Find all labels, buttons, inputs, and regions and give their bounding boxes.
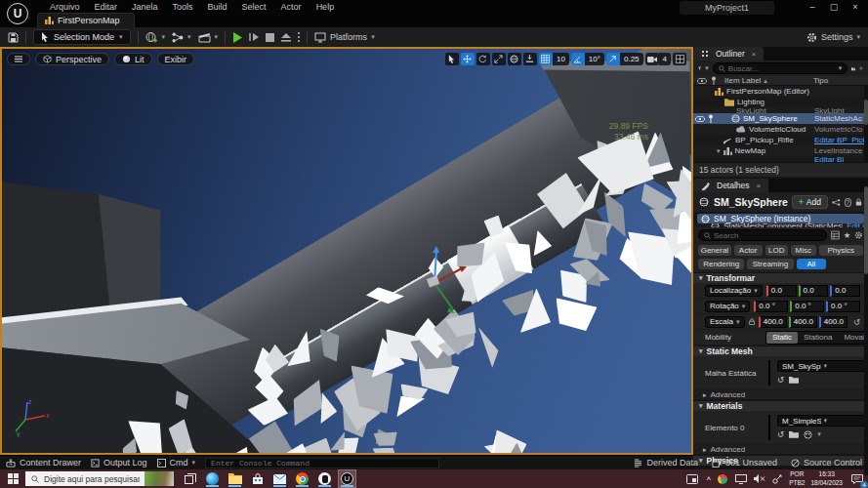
details-settings-gear-icon[interactable] bbox=[854, 230, 863, 240]
outliner-tab[interactable]: Outliner × bbox=[693, 47, 764, 61]
category-lod[interactable]: LOD bbox=[765, 245, 789, 256]
console-input[interactable] bbox=[211, 459, 434, 468]
grid-snap-value[interactable]: 10 bbox=[553, 53, 569, 65]
scale-dropdown[interactable]: Escala▾ bbox=[705, 316, 745, 328]
instance-row[interactable]: SM_SkySphere (Instance) bbox=[697, 214, 864, 224]
taskbar-search[interactable] bbox=[25, 471, 174, 486]
pin-column-icon[interactable] bbox=[711, 76, 717, 85]
menu-select[interactable]: Select bbox=[235, 2, 273, 12]
static-mesh-advanced[interactable]: ▸Advanced bbox=[693, 390, 868, 400]
display-filter-icon[interactable] bbox=[831, 230, 840, 240]
cmd-dropdown[interactable]: Cmd▾ bbox=[157, 458, 196, 468]
scale-tool[interactable] bbox=[492, 53, 506, 65]
tab-firstpersonmap[interactable]: FirstPersonMap bbox=[37, 13, 135, 27]
notification-center-icon[interactable]: 4 bbox=[848, 470, 865, 487]
pin-icon[interactable] bbox=[708, 114, 714, 123]
material-combo[interactable]: M_SimpleSkyDome▾ bbox=[777, 415, 867, 427]
start-button[interactable] bbox=[0, 469, 25, 488]
new-folder-icon[interactable] bbox=[851, 64, 855, 73]
menu-help[interactable]: Help bbox=[310, 2, 342, 12]
maximize-button[interactable]: ▢ bbox=[825, 1, 843, 13]
filter-caret[interactable]: ▾ bbox=[705, 64, 709, 72]
outliner-row-partial[interactable]: Editar Bl bbox=[693, 156, 868, 162]
clock[interactable]: 16:3318/04/2023 bbox=[810, 470, 843, 486]
details-search-input[interactable] bbox=[714, 231, 821, 240]
browse-to-asset-icon[interactable] bbox=[789, 430, 799, 438]
scale-snap-toggle[interactable] bbox=[606, 53, 620, 65]
location-x-field[interactable]: 0.0 bbox=[766, 285, 797, 297]
outliner-scrollbar[interactable] bbox=[864, 86, 868, 162]
close-icon[interactable]: × bbox=[752, 50, 757, 59]
tray-usb-icon[interactable] bbox=[771, 470, 783, 487]
material-thumbnail[interactable] bbox=[768, 415, 770, 440]
tray-display-icon[interactable] bbox=[734, 470, 747, 487]
minimize-button[interactable]: – bbox=[804, 1, 821, 13]
output-log-button[interactable]: Output Log bbox=[91, 458, 147, 468]
tray-expand-chevron[interactable]: ˄ bbox=[707, 474, 712, 483]
category-rendering[interactable]: Rendering bbox=[698, 259, 744, 269]
reset-scale-icon[interactable]: ↺ bbox=[853, 317, 860, 327]
scale-snap-value[interactable]: 0.25 bbox=[620, 53, 643, 65]
static-mesh-thumbnail[interactable] bbox=[768, 360, 770, 386]
item-label-column[interactable]: Item Label bbox=[724, 76, 761, 85]
category-physics[interactable]: Physics bbox=[819, 245, 863, 256]
browse-to-asset-icon[interactable] bbox=[789, 376, 799, 384]
mail-icon[interactable] bbox=[271, 470, 288, 487]
edit-blueprint-link[interactable]: Editar BP_Pick bbox=[814, 136, 865, 144]
material-more-caret[interactable]: ▾ bbox=[817, 430, 821, 438]
rotate-tool[interactable] bbox=[476, 53, 490, 65]
chrome-icon[interactable] bbox=[294, 470, 310, 487]
scale-z-field[interactable]: 400.0 bbox=[819, 316, 847, 328]
tray-chrome-icon[interactable] bbox=[717, 470, 728, 487]
play-options-kebab[interactable] bbox=[298, 32, 300, 42]
stop-button[interactable] bbox=[266, 33, 274, 42]
rotation-x-field[interactable]: 0.0 ° bbox=[754, 301, 788, 312]
settings-button[interactable]: Settings ▾ bbox=[806, 32, 860, 43]
category-actor[interactable]: Actor bbox=[734, 245, 763, 256]
category-misc[interactable]: Misc bbox=[791, 245, 815, 256]
outliner-search-input[interactable] bbox=[728, 64, 836, 73]
use-selected-asset-icon[interactable]: ↺ bbox=[777, 375, 784, 385]
rotation-snap-value[interactable]: 10° bbox=[585, 53, 604, 65]
material-options-icon[interactable] bbox=[804, 430, 812, 439]
scale-y-field[interactable]: 400.0 bbox=[789, 316, 817, 328]
mobility-static[interactable]: Static bbox=[766, 332, 798, 344]
menu-actor[interactable]: Actor bbox=[274, 2, 309, 12]
filter-icon[interactable] bbox=[698, 64, 701, 72]
section-static-mesh[interactable]: ▾Static Mesh bbox=[693, 346, 868, 356]
location-y-field[interactable]: 0.0 bbox=[799, 285, 829, 297]
save-icon[interactable] bbox=[8, 32, 19, 43]
help-icon[interactable]: ? bbox=[845, 198, 851, 207]
viewport[interactable]: 29.89 FPS 33.46 ms z x y Perspective Lit… bbox=[0, 47, 693, 455]
transform-gizmo[interactable] bbox=[400, 242, 471, 318]
outliner-row-selected[interactable]: SM_SkySphere StaticMeshAc bbox=[693, 113, 868, 124]
search-highlight-image[interactable] bbox=[145, 471, 174, 486]
tipo-column[interactable]: Tipo bbox=[813, 76, 864, 85]
materials-advanced[interactable]: ▸Advanced bbox=[693, 445, 868, 455]
static-mesh-combo[interactable]: SM_SkySphere▾ bbox=[777, 360, 867, 372]
scale-x-field[interactable]: 400.0 bbox=[759, 316, 787, 328]
rotation-dropdown[interactable]: Rotação▾ bbox=[705, 301, 750, 312]
surface-snap-toggle[interactable] bbox=[523, 53, 537, 65]
rotation-snap-toggle[interactable] bbox=[571, 53, 585, 65]
add-component-button[interactable]: +Add bbox=[792, 195, 828, 209]
close-button[interactable]: × bbox=[847, 1, 864, 13]
store-icon[interactable] bbox=[249, 470, 266, 487]
outliner-settings-gear-icon[interactable] bbox=[859, 63, 863, 73]
unreal-editor-taskbar-icon[interactable]: U bbox=[339, 470, 355, 487]
menu-janela[interactable]: Janela bbox=[125, 2, 165, 12]
outliner-row[interactable]: VolumetricCloud VolumetricClo bbox=[693, 124, 868, 135]
maximize-viewport-button[interactable] bbox=[673, 53, 686, 65]
menu-editar[interactable]: Editar bbox=[88, 2, 125, 12]
selection-mode-button[interactable]: Selection Mode ▾ bbox=[33, 29, 131, 45]
edge-icon[interactable] bbox=[204, 470, 221, 487]
use-selected-asset-icon[interactable]: ↺ bbox=[777, 429, 784, 439]
language-indicator[interactable]: PORPTB2 bbox=[789, 470, 805, 486]
unsaved-button[interactable]: 301 Unsaved bbox=[712, 458, 777, 468]
details-tab[interactable]: Detalhes × bbox=[693, 179, 768, 192]
mobility-stationary[interactable]: Stationa bbox=[798, 332, 838, 344]
menu-build[interactable]: Build bbox=[201, 2, 234, 12]
epic-games-icon[interactable] bbox=[316, 470, 333, 487]
cinematics-button[interactable]: ▾ bbox=[198, 32, 219, 43]
select-tool[interactable] bbox=[445, 53, 459, 65]
